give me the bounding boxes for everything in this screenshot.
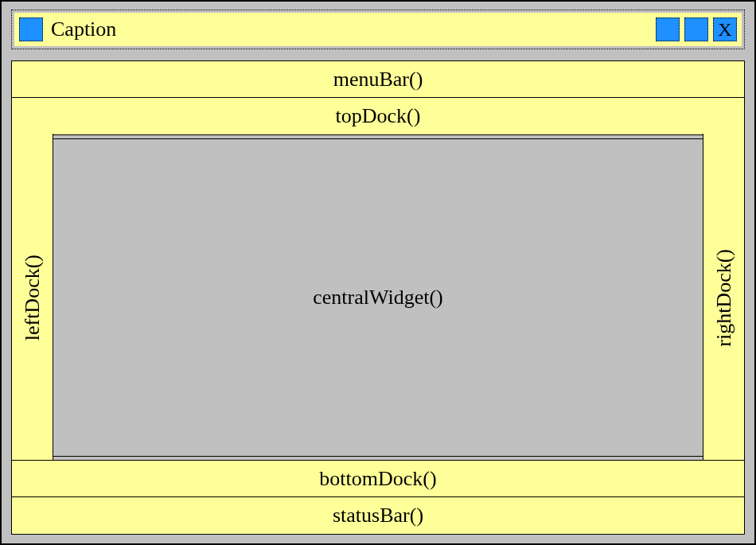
left-dock-label: leftDock(): [21, 255, 45, 341]
statusbar-label: statusBar(): [333, 504, 423, 527]
top-dock-area[interactable]: topDock(): [11, 97, 745, 135]
central-gap: centralWidget(): [53, 134, 703, 461]
right-dock-label: rightDock(): [712, 249, 736, 347]
close-button[interactable]: X: [713, 18, 737, 41]
titlebar[interactable]: Caption X: [14, 13, 742, 46]
maximize-button[interactable]: [684, 18, 708, 41]
left-dock-area[interactable]: leftDock(): [12, 134, 53, 461]
titlebar-focus-outline: Caption X: [11, 10, 745, 49]
system-menu-icon[interactable]: [19, 18, 43, 41]
minimize-button[interactable]: [656, 18, 680, 41]
statusbar-area[interactable]: statusBar(): [11, 496, 745, 535]
window-caption: Caption: [51, 18, 651, 41]
menubar-area[interactable]: menuBar(): [11, 60, 745, 99]
central-widget-label: centralWidget(): [313, 286, 443, 309]
top-dock-label: topDock(): [336, 104, 421, 128]
main-frame: menuBar() topDock() leftDock() centralWi…: [11, 60, 745, 535]
right-dock-area[interactable]: rightDock(): [703, 134, 744, 461]
central-widget-area[interactable]: centralWidget(): [53, 138, 703, 457]
bottom-dock-area[interactable]: bottomDock(): [11, 460, 745, 498]
middle-row: leftDock() centralWidget() rightDock(): [11, 134, 745, 461]
menubar-label: menuBar(): [333, 68, 423, 91]
bottom-dock-label: bottomDock(): [319, 467, 436, 491]
window-diagram: Caption X menuBar() topDock() leftDock()…: [0, 0, 756, 545]
